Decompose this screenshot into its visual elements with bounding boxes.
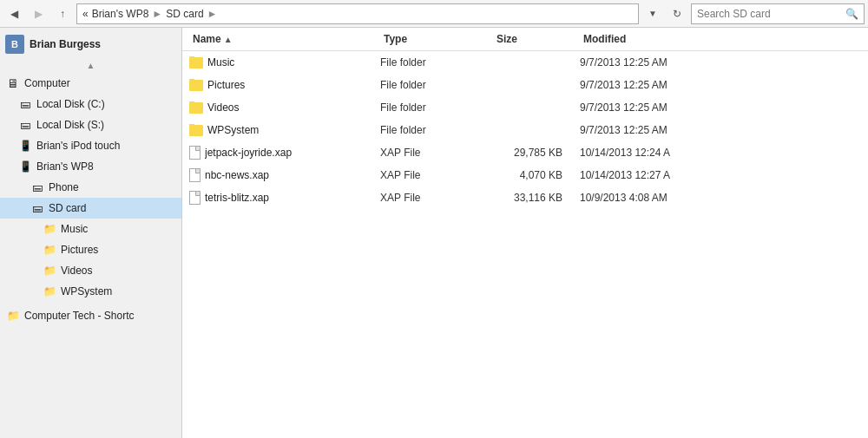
folder-icon	[189, 102, 203, 114]
main-layout: B Brian Burgess ▲ 🖥 Computer 🖴 Local Dis…	[0, 28, 868, 438]
col-header-type[interactable]: Type	[380, 31, 493, 47]
sdcard-icon: 🖴	[30, 202, 45, 214]
file-name-label: WPSystem	[207, 124, 259, 136]
sidebar-item-label: Brian's iPod touch	[36, 140, 120, 152]
cell-type: XAP File	[380, 147, 493, 159]
sidebar-item-phone[interactable]: 🖴 Phone	[0, 177, 181, 198]
cell-type: File folder	[380, 101, 493, 114]
file-name-label: Music	[207, 56, 234, 69]
search-icon: 🔍	[845, 8, 858, 20]
cell-name: jetpack-joyride.xap	[189, 146, 380, 160]
ipod-icon: 📱	[17, 140, 33, 152]
computer-icon: 🖥	[5, 76, 21, 90]
file-list: Music File folder 9/7/2013 12:25 AM Pict…	[182, 51, 868, 438]
file-row[interactable]: Videos File folder 9/7/2013 12:25 AM	[182, 96, 868, 119]
path-segment-wp8[interactable]: Brian's WP8	[92, 8, 149, 20]
sidebar-item-label: Pictures	[61, 244, 98, 256]
search-input[interactable]	[697, 8, 842, 20]
file-icon	[189, 168, 201, 182]
pictures-folder-icon: 📁	[42, 244, 57, 256]
sidebar-item-videos[interactable]: 📁 Videos	[0, 260, 181, 281]
path-separator-1: ►	[152, 8, 162, 20]
cell-size: 33,116 KB	[493, 192, 580, 204]
folder-icon	[189, 57, 203, 69]
user-header: B Brian Burgess	[0, 28, 181, 61]
cell-name: Videos	[189, 101, 380, 114]
sidebar: B Brian Burgess ▲ 🖥 Computer 🖴 Local Dis…	[0, 28, 182, 438]
cell-modified: 9/7/2013 12:25 AM	[580, 101, 861, 114]
file-name-label: tetris-blitz.xap	[205, 192, 269, 204]
address-path[interactable]: « Brian's WP8 ► SD card ►	[76, 3, 639, 24]
sidebar-item-wpsystem[interactable]: 📁 WPSystem	[0, 281, 181, 302]
sidebar-item-label: Music	[61, 223, 88, 235]
scroll-up-indicator: ▲	[0, 61, 181, 73]
sort-arrow-name: ▲	[224, 35, 233, 44]
wpsystem-folder-icon: 📁	[42, 285, 57, 297]
sidebar-item-local-s[interactable]: 🖴 Local Disk (S:)	[0, 114, 181, 135]
cell-type: File folder	[380, 79, 493, 91]
sidebar-item-label: Phone	[49, 181, 79, 193]
cell-size: 29,785 KB	[493, 147, 580, 159]
cell-name: WPSystem	[189, 124, 380, 136]
path-dropdown-button[interactable]: ▼	[642, 3, 663, 24]
sidebar-item-local-c[interactable]: 🖴 Local Disk (C:)	[0, 94, 181, 114]
sidebar-item-ipod[interactable]: 📱 Brian's iPod touch	[0, 135, 181, 156]
path-separator-2: ►	[207, 8, 218, 20]
file-row[interactable]: jetpack-joyride.xap XAP File 29,785 KB 1…	[182, 141, 868, 164]
music-folder-icon: 📁	[42, 223, 57, 235]
file-icon	[189, 191, 201, 205]
up-button[interactable]: ↑	[52, 3, 73, 24]
sidebar-item-label: Local Disk (S:)	[36, 119, 104, 131]
cell-type: XAP File	[380, 169, 493, 181]
cell-type: XAP File	[380, 192, 493, 204]
file-row[interactable]: nbc-news.xap XAP File 4,070 KB 10/14/201…	[182, 164, 868, 186]
file-row[interactable]: tetris-blitz.xap XAP File 33,116 KB 10/9…	[182, 186, 868, 209]
sidebar-item-music[interactable]: 📁 Music	[0, 219, 181, 239]
folder-icon	[189, 125, 203, 136]
file-icon	[189, 146, 201, 160]
file-row[interactable]: WPSystem File folder 9/7/2013 12:25 AM	[182, 119, 868, 141]
file-name-label: nbc-news.xap	[205, 169, 269, 181]
sidebar-item-label: Computer	[24, 77, 70, 89]
disk-s-icon: 🖴	[17, 119, 33, 131]
file-name-label: Videos	[207, 101, 239, 114]
cell-modified: 10/9/2013 4:08 AM	[580, 192, 861, 204]
cell-size: 4,070 KB	[493, 169, 580, 181]
sidebar-item-pictures[interactable]: 📁 Pictures	[0, 239, 181, 260]
phone-drive-icon: 🖴	[30, 181, 45, 193]
col-header-size[interactable]: Size	[493, 31, 580, 47]
cell-name: Music	[189, 56, 380, 69]
sidebar-item-sdcard[interactable]: 🖴 SD card	[0, 198, 181, 219]
path-segment-home[interactable]: «	[82, 8, 89, 20]
sidebar-item-label: Videos	[61, 265, 92, 277]
folder-icon	[189, 80, 203, 91]
disk-c-icon: 🖴	[17, 98, 33, 110]
sidebar-item-label: Brian's WP8	[36, 160, 94, 173]
sidebar-item-computer-tech[interactable]: 📁 Computer Tech - Shortc	[0, 305, 181, 326]
sidebar-item-label: Computer Tech - Shortc	[24, 310, 135, 322]
sidebar-item-label: Local Disk (C:)	[36, 98, 105, 110]
cell-modified: 9/7/2013 12:25 AM	[580, 79, 861, 91]
forward-button[interactable]: ▶	[28, 3, 49, 24]
cell-name: Pictures	[189, 79, 380, 91]
sidebar-item-computer[interactable]: 🖥 Computer	[0, 73, 181, 94]
cell-name: tetris-blitz.xap	[189, 191, 380, 205]
column-headers: Name ▲ Type Size Modified	[182, 28, 868, 51]
cell-type: File folder	[380, 124, 493, 136]
file-row[interactable]: Pictures File folder 9/7/2013 12:25 AM	[182, 74, 868, 96]
search-box: 🔍	[691, 3, 865, 24]
col-header-modified[interactable]: Modified	[580, 31, 861, 47]
content-area: Name ▲ Type Size Modified Music File fol…	[182, 28, 868, 438]
sidebar-item-label: WPSystem	[61, 285, 112, 297]
path-segment-sdcard[interactable]: SD card	[166, 8, 203, 20]
col-header-name[interactable]: Name ▲	[189, 31, 380, 47]
sidebar-item-wp8[interactable]: 📱 Brian's WP8	[0, 156, 181, 177]
cell-modified: 10/14/2013 12:27 A	[580, 169, 861, 181]
file-name-label: jetpack-joyride.xap	[205, 147, 292, 159]
cell-modified: 9/7/2013 12:25 AM	[580, 56, 861, 69]
sidebar-item-label: SD card	[49, 202, 86, 214]
back-button[interactable]: ◀	[3, 3, 24, 24]
file-row[interactable]: Music File folder 9/7/2013 12:25 AM	[182, 51, 868, 74]
refresh-button[interactable]: ↻	[667, 3, 687, 24]
videos-folder-icon: 📁	[42, 265, 57, 277]
